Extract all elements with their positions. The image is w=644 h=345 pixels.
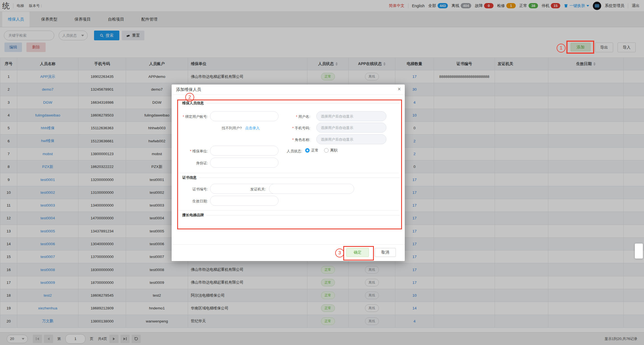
id-card-input[interactable] bbox=[210, 158, 278, 168]
username-label: 用户名: bbox=[275, 114, 310, 119]
radio-unselected-icon bbox=[324, 148, 329, 153]
company-label: 维保单位: bbox=[172, 149, 208, 154]
cancel-button[interactable]: 取消 bbox=[375, 248, 396, 257]
section-divider bbox=[179, 210, 399, 210]
register-link[interactable]: 点击录入 bbox=[245, 126, 260, 131]
role-label: 角色名称: bbox=[275, 137, 310, 142]
authority-label: 发证机关: bbox=[230, 187, 266, 192]
phone-input bbox=[316, 123, 386, 133]
valid-date-label: 生效日期: bbox=[172, 199, 208, 204]
radio-resigned[interactable]: 离职 bbox=[324, 148, 337, 153]
modal-title: 添加维保人员 bbox=[176, 87, 201, 92]
section-person-info: 维保人员信息 bbox=[182, 101, 400, 106]
valid-date-input[interactable] bbox=[210, 196, 278, 206]
phone-label: 手机号码: bbox=[275, 126, 310, 131]
close-icon[interactable]: × bbox=[398, 86, 401, 92]
modal-footer bbox=[172, 244, 405, 261]
modal-header: 添加维保人员 × bbox=[172, 85, 405, 95]
floating-panel[interactable] bbox=[635, 244, 643, 259]
radio-normal[interactable]: 正常 bbox=[305, 148, 319, 153]
authority-input[interactable] bbox=[269, 184, 354, 194]
bind-account-input[interactable] bbox=[210, 111, 278, 121]
person-status-label: 人员状态: bbox=[267, 149, 302, 154]
role-input bbox=[316, 134, 386, 144]
section-cert-info: 证书信息 bbox=[182, 175, 400, 180]
cert-no-label: 证书编号: bbox=[172, 187, 208, 192]
section-brand: 擅长电梯品牌 bbox=[182, 213, 400, 218]
bind-account-label: 绑定用户账号: bbox=[172, 114, 208, 119]
confirm-button[interactable]: 确定 bbox=[346, 248, 369, 257]
person-status-radio-group: 正常 离职 bbox=[305, 148, 337, 153]
user-not-found-row: 找不到用户? 点击录入 bbox=[222, 126, 260, 131]
section-divider bbox=[179, 173, 399, 173]
not-found-text: 找不到用户? bbox=[222, 126, 242, 131]
id-card-label: 身份证: bbox=[172, 161, 208, 166]
app-root: 统 电梯 版本号 : 简体中文 English 全部443 离线404 故障0 … bbox=[0, 0, 644, 345]
radio-selected-icon bbox=[305, 148, 310, 153]
username-input bbox=[316, 111, 386, 121]
add-staff-modal: 添加维保人员 × 维保人员信息 绑定用户账号: 用户名: 找不到用户? 点击录入… bbox=[172, 85, 405, 261]
